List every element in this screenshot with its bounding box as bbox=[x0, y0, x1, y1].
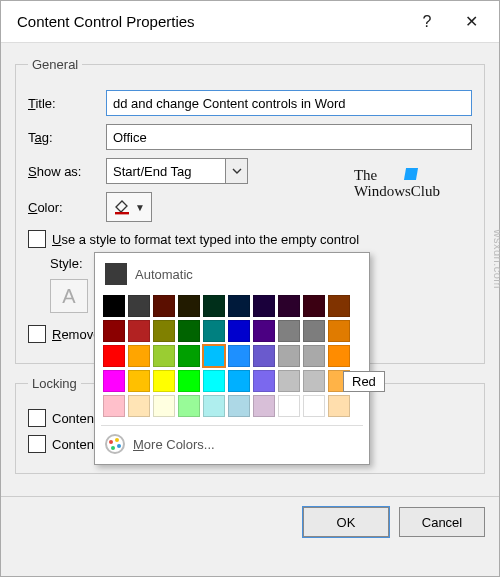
color-swatch[interactable] bbox=[303, 320, 325, 342]
cannot-edit-checkbox[interactable] bbox=[28, 435, 46, 453]
color-picker-button[interactable]: ▼ bbox=[106, 192, 152, 222]
color-swatch-grid bbox=[101, 293, 363, 419]
color-swatch[interactable] bbox=[303, 395, 325, 417]
color-swatch[interactable] bbox=[253, 295, 275, 317]
svg-point-1 bbox=[109, 440, 113, 444]
color-swatch[interactable] bbox=[203, 370, 225, 392]
use-style-checkbox[interactable] bbox=[28, 230, 46, 248]
show-as-value: Start/End Tag bbox=[107, 164, 225, 179]
color-picker-popup: Automatic Red More Colors... bbox=[94, 252, 370, 465]
automatic-row[interactable]: Automatic bbox=[101, 259, 363, 293]
color-swatch[interactable] bbox=[253, 395, 275, 417]
cancel-button[interactable]: Cancel bbox=[399, 507, 485, 537]
color-swatch[interactable] bbox=[178, 345, 200, 367]
svg-point-2 bbox=[115, 438, 119, 442]
color-swatch[interactable] bbox=[153, 320, 175, 342]
svg-point-4 bbox=[111, 446, 115, 450]
color-swatch[interactable] bbox=[303, 370, 325, 392]
color-swatch[interactable] bbox=[278, 370, 300, 392]
titlebar: Content Control Properties ? ✕ bbox=[1, 1, 499, 43]
color-swatch[interactable] bbox=[328, 345, 350, 367]
color-swatch[interactable] bbox=[328, 295, 350, 317]
color-swatch[interactable] bbox=[128, 395, 150, 417]
color-row: Color: ▼ bbox=[28, 192, 472, 222]
color-swatch[interactable] bbox=[278, 345, 300, 367]
ok-button[interactable]: OK bbox=[303, 507, 389, 537]
automatic-label: Automatic bbox=[135, 267, 193, 282]
color-swatch[interactable] bbox=[153, 345, 175, 367]
color-swatch[interactable] bbox=[153, 395, 175, 417]
tag-row: Tag: bbox=[28, 124, 472, 150]
color-swatch[interactable] bbox=[103, 395, 125, 417]
more-colors-row[interactable]: More Colors... bbox=[101, 425, 363, 458]
title-row: Title: bbox=[28, 90, 472, 116]
color-swatch[interactable] bbox=[228, 345, 250, 367]
color-swatch[interactable] bbox=[253, 345, 275, 367]
color-swatch[interactable] bbox=[328, 320, 350, 342]
close-button[interactable]: ✕ bbox=[449, 2, 493, 42]
color-swatch[interactable] bbox=[103, 320, 125, 342]
color-swatch[interactable] bbox=[128, 345, 150, 367]
title-input[interactable] bbox=[106, 90, 472, 116]
color-swatch[interactable] bbox=[228, 370, 250, 392]
dialog-buttons: OK Cancel bbox=[1, 496, 499, 547]
palette-icon bbox=[105, 434, 125, 454]
svg-point-3 bbox=[117, 444, 121, 448]
color-swatch[interactable] bbox=[103, 345, 125, 367]
help-button[interactable]: ? bbox=[405, 2, 449, 42]
show-as-row: Show as: Start/End Tag bbox=[28, 158, 472, 184]
show-as-label: Show as: bbox=[28, 164, 106, 179]
chevron-down-icon: ▼ bbox=[135, 202, 145, 213]
color-swatch[interactable] bbox=[128, 370, 150, 392]
color-swatch[interactable] bbox=[228, 395, 250, 417]
tag-input[interactable] bbox=[106, 124, 472, 150]
cannot-delete-checkbox[interactable] bbox=[28, 409, 46, 427]
svg-rect-0 bbox=[115, 212, 129, 214]
color-swatch[interactable] bbox=[203, 345, 225, 367]
automatic-swatch bbox=[105, 263, 127, 285]
color-swatch[interactable] bbox=[228, 295, 250, 317]
more-colors-label: More Colors... bbox=[133, 437, 215, 452]
color-swatch[interactable] bbox=[278, 295, 300, 317]
color-swatch[interactable] bbox=[103, 370, 125, 392]
color-swatch[interactable] bbox=[253, 320, 275, 342]
color-swatch[interactable] bbox=[103, 295, 125, 317]
color-swatch[interactable] bbox=[278, 395, 300, 417]
paint-bucket-icon bbox=[113, 198, 131, 216]
color-swatch[interactable] bbox=[203, 320, 225, 342]
color-swatch[interactable] bbox=[278, 320, 300, 342]
general-legend: General bbox=[28, 57, 82, 72]
title-label: Title: bbox=[28, 96, 106, 111]
color-tooltip: Red bbox=[343, 371, 385, 392]
color-swatch[interactable] bbox=[153, 370, 175, 392]
color-swatch[interactable] bbox=[203, 395, 225, 417]
color-swatch[interactable] bbox=[303, 295, 325, 317]
color-swatch[interactable] bbox=[303, 345, 325, 367]
color-swatch[interactable] bbox=[178, 395, 200, 417]
color-swatch[interactable] bbox=[253, 370, 275, 392]
color-swatch[interactable] bbox=[228, 320, 250, 342]
color-label: Color: bbox=[28, 200, 106, 215]
tag-label: Tag: bbox=[28, 130, 106, 145]
color-swatch[interactable] bbox=[178, 320, 200, 342]
color-swatch[interactable] bbox=[128, 295, 150, 317]
color-swatch[interactable] bbox=[178, 295, 200, 317]
show-as-combo[interactable]: Start/End Tag bbox=[106, 158, 248, 184]
color-swatch[interactable] bbox=[153, 295, 175, 317]
new-style-button: A bbox=[50, 279, 88, 313]
color-swatch[interactable] bbox=[178, 370, 200, 392]
chevron-down-icon bbox=[225, 159, 247, 183]
color-swatch[interactable] bbox=[203, 295, 225, 317]
color-swatch[interactable] bbox=[128, 320, 150, 342]
dialog-title: Content Control Properties bbox=[17, 13, 405, 30]
use-style-label: Use a style to format text typed into th… bbox=[52, 232, 359, 247]
use-style-row: Use a style to format text typed into th… bbox=[28, 230, 472, 248]
locking-legend: Locking bbox=[28, 376, 81, 391]
remove-checkbox[interactable] bbox=[28, 325, 46, 343]
color-swatch[interactable] bbox=[328, 395, 350, 417]
